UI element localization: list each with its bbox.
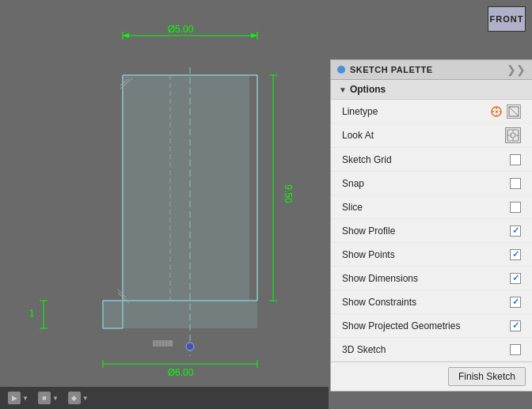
options-chevron-icon: ▼ <box>339 85 347 94</box>
svg-point-45 <box>511 133 515 138</box>
options-header[interactable]: ▼ Options <box>331 80 532 100</box>
grid-chevron-icon: ▼ <box>52 395 59 402</box>
checkbox-slice[interactable] <box>510 202 521 213</box>
front-label: FRONT <box>488 6 526 32</box>
svg-rect-25 <box>103 301 257 328</box>
palette-row-show-projected-geometries: Show Projected Geometries <box>331 314 532 338</box>
finish-sketch-button[interactable]: Finish Sketch <box>448 367 526 386</box>
finish-sketch-bar: Finish Sketch <box>331 362 532 391</box>
palette-row-show-profile: Show Profile <box>331 219 532 243</box>
svg-point-38 <box>186 343 194 350</box>
palette-header: SKETCH PALETTE ❯❯ <box>331 60 532 80</box>
display-icon: ▶ <box>8 392 21 404</box>
grid-settings-button[interactable]: ■ ▼ <box>35 390 62 406</box>
palette-row-control-snap <box>510 178 521 189</box>
checkbox-show-points[interactable] <box>510 249 521 260</box>
checkbox-show-profile[interactable] <box>510 225 521 237</box>
look-at-button[interactable] <box>505 127 521 143</box>
palette-row-label-look-at: Look At <box>342 130 374 141</box>
palette-row-control-show-projected-geometries <box>510 320 521 331</box>
options-label: Options <box>350 84 386 95</box>
bottom-toolbar: ▶ ▼ ■ ▼ ◆ ▼ <box>0 387 329 409</box>
palette-row-label-linetype: Linetype <box>342 106 378 117</box>
linetype-icon-active[interactable] <box>489 104 504 119</box>
svg-text:Ø5.00: Ø5.00 <box>168 24 194 35</box>
svg-rect-24 <box>123 75 249 301</box>
checkbox-show-constraints[interactable] <box>510 297 521 308</box>
palette-row-label-3d-sketch: 3D Sketch <box>342 344 386 355</box>
palette-row-label-show-dimensions: Show Dimensions <box>342 273 418 284</box>
checkbox-show-dimensions[interactable] <box>510 273 521 284</box>
svg-text:Ø6.00: Ø6.00 <box>168 367 194 378</box>
svg-marker-27 <box>251 33 257 38</box>
display-settings-button[interactable]: ▶ ▼ <box>5 390 32 406</box>
checkbox-sketch-grid[interactable] <box>510 154 521 165</box>
svg-marker-26 <box>123 33 129 38</box>
palette-row-show-dimensions: Show Dimensions <box>331 267 532 290</box>
palette-row-label-slice: Slice <box>342 202 363 213</box>
palette-row-sketch-grid: Sketch Grid <box>331 148 532 172</box>
svg-text:1: 1 <box>29 308 35 319</box>
grid-icon: ■ <box>38 392 51 404</box>
checkbox-snap[interactable] <box>510 178 521 189</box>
palette-row-linetype: Linetype <box>331 100 532 123</box>
palette-row-label-show-projected-geometries: Show Projected Geometries <box>342 320 460 331</box>
sketch-drawing: Ø5.00 9.50 Ø6.00 1 <box>0 0 329 388</box>
palette-row-label-show-constraints: Show Constraints <box>342 297 416 308</box>
palette-row-slice: Slice <box>331 195 532 219</box>
palette-rows: LinetypeLook AtSketch GridSnapSliceShow … <box>331 100 532 362</box>
svg-rect-32 <box>153 340 173 347</box>
palette-row-control-look-at <box>505 127 521 143</box>
palette-row-control-show-constraints <box>510 297 521 308</box>
view-icon: ◆ <box>68 392 81 404</box>
palette-title: SKETCH PALETTE <box>350 65 502 74</box>
palette-row-label-sketch-grid: Sketch Grid <box>342 154 392 165</box>
checkbox-show-projected-geometries[interactable] <box>510 320 521 331</box>
palette-row-3d-sketch: 3D Sketch <box>331 338 532 362</box>
palette-drag-handle[interactable]: ❯❯ <box>507 63 526 76</box>
display-chevron-icon: ▼ <box>22 395 28 402</box>
palette-row-show-points: Show Points <box>331 243 532 267</box>
sketch-palette-panel: SKETCH PALETTE ❯❯ ▼ Options LinetypeLook… <box>330 59 532 392</box>
palette-dot-indicator <box>337 66 345 74</box>
palette-row-look-at: Look At <box>331 123 532 148</box>
palette-row-control-show-points <box>510 249 521 260</box>
palette-row-label-show-points: Show Points <box>342 249 395 260</box>
svg-line-43 <box>509 107 519 116</box>
view-settings-button[interactable]: ◆ ▼ <box>65 390 92 406</box>
palette-row-label-snap: Snap <box>342 178 364 189</box>
options-section: ▼ Options LinetypeLook AtSketch GridSnap… <box>331 80 532 362</box>
palette-row-label-show-profile: Show Profile <box>342 225 395 237</box>
svg-text:9.50: 9.50 <box>283 184 294 203</box>
palette-row-snap: Snap <box>331 172 532 195</box>
linetype-icon-secondary[interactable] <box>507 104 521 119</box>
palette-row-control-3d-sketch <box>510 344 521 355</box>
palette-row-control-sketch-grid <box>510 154 521 165</box>
palette-row-control-show-dimensions <box>510 273 521 284</box>
palette-row-control-linetype <box>489 104 521 119</box>
palette-row-control-show-profile <box>510 225 521 237</box>
checkbox-3d-sketch[interactable] <box>510 344 521 355</box>
palette-row-show-constraints: Show Constraints <box>331 290 532 314</box>
view-chevron-icon: ▼ <box>82 395 89 402</box>
palette-row-control-slice <box>510 202 521 213</box>
